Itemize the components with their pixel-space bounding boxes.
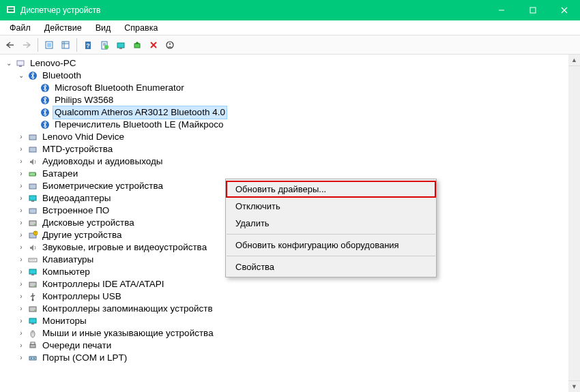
uninstall-button[interactable] <box>146 37 161 52</box>
expand-icon[interactable]: › <box>16 316 26 326</box>
expand-icon[interactable]: › <box>16 280 26 289</box>
svg-text:?: ? <box>86 42 90 49</box>
disk-icon <box>27 303 38 314</box>
menu-help[interactable]: Справка <box>117 22 164 34</box>
context-update-drivers[interactable]: Обновить драйверы... <box>226 181 436 198</box>
disable-button[interactable] <box>162 37 177 52</box>
view-mode-button[interactable] <box>58 37 73 52</box>
tree-category[interactable]: ›Контроллеры IDE ATA/ATAPI <box>4 278 580 290</box>
device-label: Microsoft Bluetooth Enumerator <box>53 82 186 94</box>
monitor-icon <box>27 193 38 204</box>
context-scan-hardware[interactable]: Обновить конфигурацию оборудования <box>226 237 436 254</box>
bluetooth-icon <box>40 95 50 106</box>
show-hidden-button[interactable] <box>42 37 57 52</box>
unknown-device-icon: ! <box>27 230 38 241</box>
device-icon <box>27 132 38 142</box>
collapse-icon[interactable]: ⌄ <box>4 59 14 68</box>
category-label: Мыши и иные указывающие устройства <box>41 327 215 340</box>
tree-category[interactable]: ›MTD-устройства <box>4 143 580 155</box>
vertical-scrollbar[interactable]: ▲ ▼ <box>568 55 580 392</box>
minimize-button[interactable] <box>486 0 517 20</box>
scan-hardware-button[interactable] <box>113 37 128 52</box>
svg-rect-39 <box>29 221 36 226</box>
svg-point-52 <box>34 310 35 311</box>
expand-icon[interactable]: › <box>16 341 26 350</box>
tree-category[interactable]: ›Очереди печати <box>4 340 580 352</box>
bluetooth-device-selected[interactable]: Qualcomm Atheros AR3012 Bluetooth 4.0 <box>4 106 580 119</box>
tree-category[interactable]: ›Аудиовходы и аудиовыходы <box>4 155 580 168</box>
svg-point-17 <box>104 45 108 49</box>
svg-rect-25 <box>19 65 22 67</box>
bluetooth-device[interactable]: Перечислитель Bluetooth LE (Майкросо <box>4 119 580 131</box>
svg-rect-46 <box>29 269 36 274</box>
tree-category[interactable]: ›Контроллеры запоминающих устройств <box>4 303 580 315</box>
properties-button[interactable] <box>97 37 112 52</box>
maximize-button[interactable] <box>517 0 549 20</box>
category-label: Мониторы <box>41 315 88 327</box>
titlebar: Диспетчер устройств <box>0 0 580 20</box>
menu-action[interactable]: Действие <box>38 22 89 34</box>
category-label: Клавиатуры <box>41 254 95 266</box>
expand-icon[interactable]: › <box>16 218 26 228</box>
svg-rect-1 <box>8 10 14 12</box>
app-icon <box>5 5 16 16</box>
expand-icon[interactable]: › <box>16 157 26 166</box>
device-label: Перечислитель Bluetooth LE (Майкросо <box>53 119 225 131</box>
category-label: Батареи <box>41 168 79 180</box>
context-menu: Обновить драйверы... Отключить Удалить О… <box>225 179 437 277</box>
back-button[interactable] <box>3 37 18 52</box>
expand-icon[interactable]: › <box>16 267 26 277</box>
tree-root[interactable]: ⌄ Lenovo-PC <box>4 57 580 70</box>
expand-icon[interactable]: › <box>16 194 26 203</box>
category-label: Компьютер <box>41 266 91 278</box>
expand-icon[interactable]: › <box>16 292 26 301</box>
category-label: Lenovo Vhid Device <box>41 131 126 143</box>
category-label: Аудиовходы и аудиовыходы <box>41 155 164 168</box>
category-label: Другие устройства <box>41 229 124 241</box>
scroll-up-button[interactable]: ▲ <box>568 55 580 66</box>
menu-file[interactable]: Файл <box>3 22 38 34</box>
svg-rect-36 <box>29 196 36 200</box>
expand-icon[interactable]: › <box>16 304 26 314</box>
menu-view[interactable]: Вид <box>89 22 118 34</box>
expand-icon[interactable]: › <box>16 132 26 142</box>
expand-icon[interactable]: › <box>16 353 26 363</box>
mouse-icon <box>27 328 38 339</box>
forward-button[interactable] <box>19 37 34 52</box>
bluetooth-icon <box>40 82 50 93</box>
bluetooth-device[interactable]: Philips W3568 <box>4 94 580 106</box>
category-label: Звуковые, игровые и видеоустройства <box>41 241 208 254</box>
tree-category[interactable]: ›Контроллеры USB <box>4 290 580 303</box>
bluetooth-device[interactable]: Microsoft Bluetooth Enumerator <box>4 82 580 94</box>
context-disable[interactable]: Отключить <box>226 198 436 215</box>
expand-icon[interactable]: › <box>16 206 26 215</box>
svg-rect-8 <box>47 43 51 47</box>
scroll-down-button[interactable]: ▼ <box>568 380 580 392</box>
svg-rect-34 <box>35 173 36 175</box>
expand-icon[interactable]: › <box>16 145 26 154</box>
expand-icon[interactable]: › <box>16 329 26 338</box>
expand-icon[interactable]: › <box>16 181 26 191</box>
toolbar: ? <box>0 35 580 55</box>
svg-rect-32 <box>29 147 36 152</box>
update-driver-button[interactable] <box>130 37 145 52</box>
expand-icon[interactable]: › <box>16 230 26 240</box>
svg-rect-58 <box>31 342 35 344</box>
expand-icon[interactable]: › <box>16 255 26 265</box>
monitor-icon <box>27 316 38 327</box>
tree-category[interactable]: ›Порты (COM и LPT) <box>4 352 580 364</box>
device-icon <box>27 205 38 216</box>
help-button[interactable]: ? <box>81 37 96 52</box>
close-button[interactable] <box>549 0 580 20</box>
context-properties[interactable]: Свойства <box>226 258 436 275</box>
port-icon <box>27 352 38 363</box>
tree-category[interactable]: ›Мыши и иные указывающие устройства <box>4 327 580 340</box>
svg-rect-59 <box>29 357 36 360</box>
tree-category[interactable]: ›Lenovo Vhid Device <box>4 131 580 143</box>
context-delete[interactable]: Удалить <box>226 215 436 232</box>
tree-category-bluetooth[interactable]: ⌄ Bluetooth <box>4 70 580 82</box>
tree-category[interactable]: ›Мониторы <box>4 315 580 327</box>
collapse-icon[interactable]: ⌄ <box>16 71 26 80</box>
expand-icon[interactable]: › <box>16 169 26 179</box>
expand-icon[interactable]: › <box>16 243 26 252</box>
